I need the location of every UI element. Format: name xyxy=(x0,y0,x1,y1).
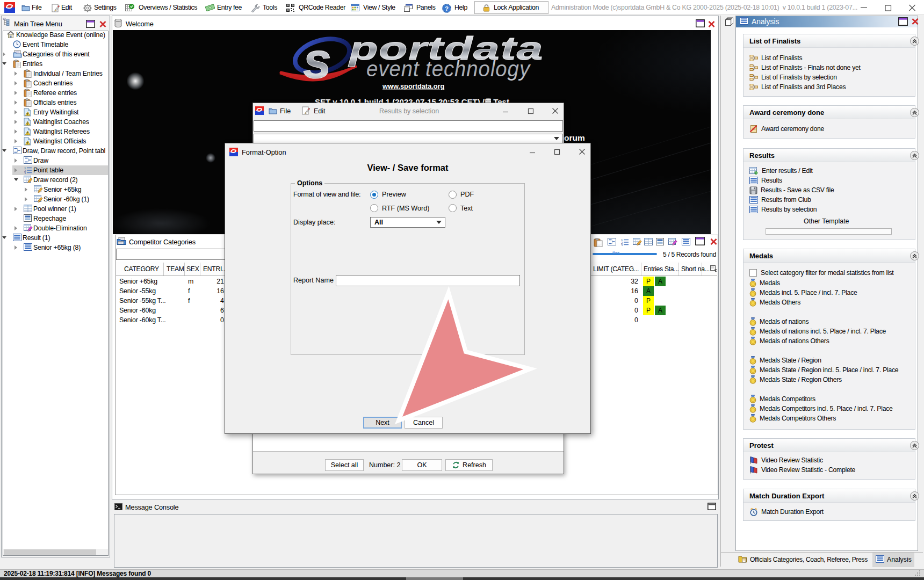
svg-text:3: 3 xyxy=(621,244,623,247)
svg-text:s: s xyxy=(303,32,331,89)
svg-text:event technology: event technology xyxy=(366,57,531,81)
svg-text:3: 3 xyxy=(24,172,26,175)
svg-text:?: ? xyxy=(445,5,449,12)
